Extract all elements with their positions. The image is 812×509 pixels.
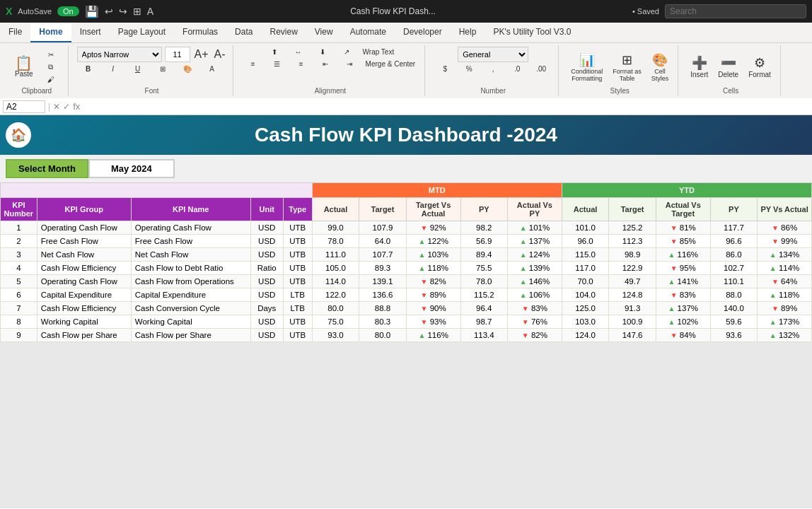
insert-function-icon[interactable]: fx xyxy=(73,101,80,112)
font-color-icon[interactable]: A xyxy=(147,6,153,17)
mtd-tva-header: Target Vs Actual xyxy=(406,198,460,221)
cell-reference-input[interactable] xyxy=(3,100,45,113)
ytd-actual-header: Actual xyxy=(562,198,609,221)
tab-formulas[interactable]: Formulas xyxy=(174,23,226,42)
number-format-select[interactable]: General xyxy=(458,47,528,62)
save-icon[interactable]: 💾 xyxy=(85,5,99,18)
type-header: Type xyxy=(283,198,312,221)
row-type: UTB xyxy=(283,221,312,235)
row-mtd-tva: ▼ 90% xyxy=(406,302,460,315)
cancel-formula-icon[interactable]: ✕ xyxy=(53,102,60,112)
tab-view[interactable]: View xyxy=(306,23,342,42)
align-center-button[interactable]: ☰ xyxy=(266,59,289,69)
row-type: LTB xyxy=(283,288,312,302)
tab-file[interactable]: File xyxy=(0,23,30,42)
tab-insert[interactable]: Insert xyxy=(71,23,110,42)
redo-icon[interactable]: ↪ xyxy=(119,6,127,17)
row-mtd-avp: ▼ 82% xyxy=(508,329,562,342)
increase-indent-button[interactable]: ⇥ xyxy=(338,59,361,69)
bold-button[interactable]: B xyxy=(77,64,100,74)
row-kpi-name: Operating Cash Flow xyxy=(131,221,250,235)
row-mtd-py: 96.4 xyxy=(460,302,508,315)
row-ytd-actual: 125.0 xyxy=(562,302,609,315)
decrease-font-button[interactable]: A- xyxy=(213,47,227,62)
search-input[interactable] xyxy=(665,4,806,18)
month-display: May 2024 xyxy=(88,159,175,178)
formula-input[interactable] xyxy=(83,102,809,112)
copy-button[interactable]: ⧉ xyxy=(40,62,62,73)
format-painter-button[interactable]: 🖌 xyxy=(40,74,62,85)
row-mtd-actual: 111.0 xyxy=(312,248,359,262)
tab-developer[interactable]: Developer xyxy=(395,23,451,42)
increase-font-button[interactable]: A+ xyxy=(193,47,210,62)
cell-styles-button[interactable]: 🎨 CellStyles xyxy=(648,50,673,84)
align-bottom-button[interactable]: ⬇ xyxy=(311,47,334,57)
row-mtd-tva: ▼ 92% xyxy=(406,221,460,235)
table-row: 4 Cash Flow Efficiency Cash Flow to Debt… xyxy=(1,262,812,275)
row-ytd-atv: ▼ 85% xyxy=(656,235,710,248)
row-mtd-tva: ▼ 93% xyxy=(406,315,460,329)
row-mtd-actual: 93.0 xyxy=(312,329,359,342)
row-ytd-target: 91.3 xyxy=(609,302,656,315)
font-color-button[interactable]: A xyxy=(201,64,224,74)
format-cells-button[interactable]: ⚙ Format xyxy=(745,53,775,81)
merge-center-button[interactable]: Merge & Center xyxy=(362,59,419,69)
align-top-button[interactable]: ⬆ xyxy=(263,47,286,57)
paste-button[interactable]: 📋 Paste xyxy=(11,54,37,80)
grid-icon[interactable]: ⊞ xyxy=(133,6,141,17)
cut-button[interactable]: ✂ xyxy=(40,49,62,60)
font-size-input[interactable] xyxy=(165,47,190,62)
row-kpi-name: Cash Flow to Debt Ratio xyxy=(131,262,250,275)
tab-pk-utility[interactable]: PK's Utility Tool V3.0 xyxy=(485,23,579,42)
comma-button[interactable]: , xyxy=(482,64,504,74)
decrease-decimal-button[interactable]: .0 xyxy=(506,64,528,74)
row-num: 8 xyxy=(1,315,37,329)
row-ytd-actual: 115.0 xyxy=(562,248,609,262)
tab-home[interactable]: Home xyxy=(30,23,71,42)
align-left-button[interactable]: ≡ xyxy=(242,59,265,69)
select-month-button[interactable]: Select Month xyxy=(6,159,88,178)
row-ytd-pva: ▼ 89% xyxy=(758,302,812,315)
align-middle-button[interactable]: ↔ xyxy=(287,47,310,57)
autosave-toggle[interactable]: On xyxy=(57,6,79,16)
row-ytd-py: 59.6 xyxy=(710,315,758,329)
underline-button[interactable]: U xyxy=(127,64,149,74)
tab-review[interactable]: Review xyxy=(261,23,306,42)
confirm-formula-icon[interactable]: ✓ xyxy=(63,102,70,112)
row-ytd-pva: ▼ 99% xyxy=(758,235,812,248)
undo-icon[interactable]: ↩ xyxy=(105,6,113,17)
table-row: 7 Cash Flow Efficiency Cash Conversion C… xyxy=(1,302,812,315)
row-ytd-target: 49.7 xyxy=(609,275,656,288)
clipboard-label: Clipboard xyxy=(21,87,52,95)
italic-button[interactable]: I xyxy=(102,64,124,74)
saved-status: • Saved xyxy=(632,7,659,16)
ytd-atv-header: Actual Vs Target xyxy=(656,198,710,221)
mtd-actual-header: Actual xyxy=(312,198,359,221)
wrap-text-button[interactable]: Wrap Text xyxy=(359,47,398,57)
tab-help[interactable]: Help xyxy=(451,23,485,42)
increase-decimal-button[interactable]: .00 xyxy=(530,64,552,74)
tab-automate[interactable]: Automate xyxy=(342,23,395,42)
kpi-section: MTD YTD KPI Number KPI Group KPI Name Un… xyxy=(0,182,812,342)
format-as-table-button[interactable]: ⊞ Format asTable xyxy=(609,50,645,84)
row-type: UTB xyxy=(283,275,312,288)
insert-cells-button[interactable]: ➕ Insert xyxy=(687,53,712,81)
decrease-indent-button[interactable]: ⇤ xyxy=(314,59,337,69)
align-right-button[interactable]: ≡ xyxy=(290,59,313,69)
row-kpi-group: Net Cash Flow xyxy=(37,248,131,262)
delete-cells-button[interactable]: ➖ Delete xyxy=(714,53,742,81)
borders-button[interactable]: ⊞ xyxy=(151,64,174,74)
home-icon[interactable]: 🏠 xyxy=(6,122,31,148)
font-family-select[interactable]: Aptos Narrow xyxy=(77,47,162,62)
row-type: UTB xyxy=(283,248,312,262)
orientation-button[interactable]: ↗ xyxy=(335,47,358,57)
controls-row: Select Month May 2024 xyxy=(0,155,812,182)
currency-button[interactable]: $ xyxy=(434,64,456,74)
tab-page-layout[interactable]: Page Layout xyxy=(110,23,174,42)
tab-data[interactable]: Data xyxy=(226,23,261,42)
conditional-formatting-button[interactable]: 📊 ConditionalFormatting xyxy=(567,50,606,84)
row-kpi-group: Cash Flow per Share xyxy=(37,329,131,342)
percent-button[interactable]: % xyxy=(458,64,480,74)
fill-color-button[interactable]: 🎨 xyxy=(176,64,199,74)
row-unit: USD xyxy=(250,329,283,342)
